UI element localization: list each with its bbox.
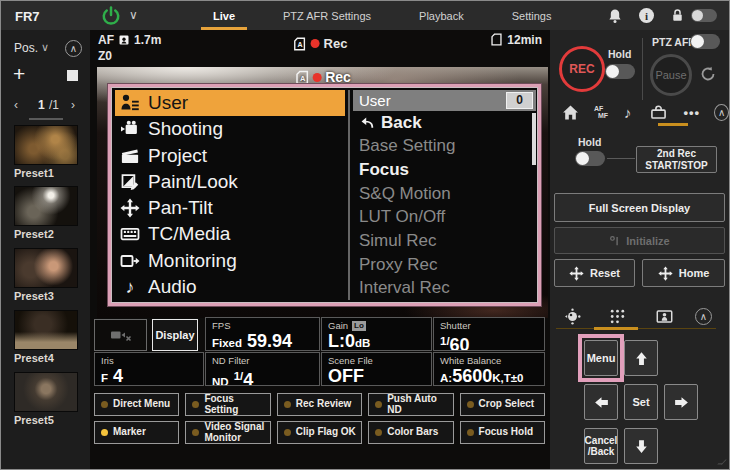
shutter-cell[interactable]: Shutter 1/60	[433, 317, 545, 351]
direct-menu-button[interactable]: Direct Menu	[94, 393, 179, 416]
tab-ptz-afr-settings[interactable]: PTZ AFR Settings	[259, 1, 395, 30]
menu-item-paint-look[interactable]: Paint/Look	[115, 169, 345, 195]
menu-button[interactable]: Menu	[584, 340, 618, 376]
submenu-item-lut-on-off[interactable]: LUT On/Off	[359, 207, 536, 227]
cancel-back-button[interactable]: Cancel /Back	[584, 428, 618, 464]
full-screen-display-button[interactable]: Full Screen Display	[554, 193, 725, 222]
resize-handle[interactable]	[717, 460, 727, 465]
preset5-thumbnail[interactable]	[14, 372, 78, 412]
fps-value: 59.94	[247, 331, 292, 351]
fps-cell[interactable]: FPS Fixed 59.94	[205, 317, 320, 351]
preset3-thumbnail[interactable]	[14, 248, 78, 288]
power-icon[interactable]	[101, 6, 121, 26]
camera-status-bar: AF 1.7m Z0 Rec 12min	[90, 30, 550, 67]
crop-select-button[interactable]: Crop Select	[460, 393, 545, 416]
submenu-scrollbar[interactable]	[532, 113, 536, 165]
user-icon	[120, 93, 140, 113]
nav-up-button[interactable]	[624, 340, 658, 376]
clip-flag-ok-button[interactable]: Clip Flag OK	[277, 421, 362, 444]
lock-toggle[interactable]	[691, 9, 717, 22]
rec-button[interactable]: REC	[559, 46, 605, 92]
ptz-joystick-icon[interactable]	[564, 308, 581, 325]
restart-icon[interactable]	[700, 66, 716, 82]
submenu-item-interval-rec[interactable]: Interval Rec	[359, 278, 536, 298]
page-total: /1	[49, 98, 59, 112]
marker-button[interactable]: Marker	[94, 421, 179, 444]
preset4-thumbnail[interactable]	[14, 310, 78, 350]
info-icon[interactable]: i	[639, 8, 654, 23]
pan-tilt-reset-button[interactable]: Reset	[554, 259, 635, 287]
status-dot	[101, 429, 108, 436]
menu-item-label: TC/Media	[148, 223, 230, 245]
tab-live[interactable]: Live	[189, 1, 259, 30]
second-rec-hold-toggle[interactable]	[575, 151, 605, 166]
nav-down-button[interactable]	[624, 428, 658, 464]
focus-setting-button[interactable]: Focus Setting	[185, 393, 270, 416]
add-preset-button[interactable]: +	[13, 65, 25, 83]
white-balance-cell[interactable]: White Balance A:5600K,T±0	[433, 352, 545, 386]
menu-item-tc-media[interactable]: TC/Media	[115, 221, 345, 247]
iris-cell[interactable]: Iris F 4	[94, 352, 204, 386]
pos-chevron-down-icon[interactable]: ∨	[41, 41, 49, 54]
preset2-thumbnail[interactable]	[14, 186, 78, 226]
menu-item-user[interactable]: User	[115, 90, 345, 116]
nav-right-button[interactable]	[664, 384, 698, 420]
gain-cell[interactable]: GainLo L:0dB	[321, 317, 432, 351]
stop-button[interactable]	[67, 70, 78, 81]
rec-hold-toggle[interactable]	[605, 64, 635, 79]
media-icon[interactable]	[650, 104, 667, 121]
more-icon[interactable]: •••	[683, 105, 700, 120]
menu-item-audio[interactable]: ♪ Audio	[115, 274, 345, 300]
ptz-afr-toggle[interactable]	[690, 34, 720, 49]
submenu-item-back[interactable]: Back	[359, 113, 536, 133]
submenu-header: User 0	[353, 90, 536, 111]
subject-tracking-icon[interactable]	[656, 308, 673, 325]
initialize-button[interactable]: Initialize	[554, 227, 725, 254]
submenu-item-sq-motion[interactable]: S&Q Motion	[359, 184, 536, 204]
push-auto-nd-button[interactable]: Push Auto ND	[368, 393, 453, 416]
rec-review-button[interactable]: Rec Review	[277, 393, 362, 416]
color-bars-button[interactable]: Color Bars	[368, 421, 453, 444]
panel-collapse-icon-2[interactable]: ∧	[695, 308, 712, 325]
menu-item-project[interactable]: Project	[115, 143, 345, 169]
gain-value: L:0	[328, 331, 355, 351]
iris-value: 4	[113, 366, 123, 386]
nd-prefix: ND	[212, 376, 229, 386]
tab-playback[interactable]: Playback	[395, 1, 488, 30]
preset-grid-icon[interactable]	[609, 308, 626, 325]
video-off-button[interactable]	[94, 319, 147, 351]
panel-collapse-icon[interactable]: ∧	[714, 104, 729, 121]
af-mf-icon[interactable]: AFMF	[594, 105, 608, 119]
nav-left-button[interactable]	[584, 384, 618, 420]
osd-rec-label: Rec	[325, 69, 351, 85]
nd-value: 4	[243, 370, 253, 386]
chevron-down-icon[interactable]: ∨	[129, 8, 138, 22]
video-signal-monitor-button[interactable]: Video Signal Monitor	[185, 421, 270, 444]
submenu-item-proxy-rec[interactable]: Proxy Rec	[359, 255, 536, 275]
menu-item-pan-tilt[interactable]: Pan-Tilt	[115, 195, 345, 221]
nd-filter-cell[interactable]: ND Filter ND 1/4	[205, 352, 320, 386]
monitor-out-icon	[120, 251, 140, 271]
submenu-item-simul-rec[interactable]: Simul Rec	[359, 231, 536, 251]
page-next-icon[interactable]: ›	[71, 98, 75, 112]
sidebar-collapse-icon[interactable]: ∧	[65, 40, 82, 57]
tab-settings[interactable]: Settings	[488, 1, 576, 30]
display-button[interactable]: Display	[152, 319, 198, 351]
audio-icon[interactable]: ♪	[624, 104, 634, 121]
submenu-item-base-setting[interactable]: Base Setting	[359, 136, 536, 156]
bell-icon[interactable]	[607, 8, 623, 24]
pause-button[interactable]: Pause	[650, 54, 692, 96]
menu-item-monitoring[interactable]: Monitoring	[115, 248, 345, 274]
set-button[interactable]: Set	[624, 384, 658, 420]
scene-file-cell[interactable]: Scene File OFF	[321, 352, 432, 386]
preset1-thumbnail[interactable]	[14, 125, 78, 165]
pan-tilt-home-button[interactable]: Home	[642, 259, 725, 287]
menu-item-shooting[interactable]: Shooting	[115, 116, 345, 142]
page-prev-icon[interactable]: ‹	[14, 98, 18, 112]
submenu-item-focus[interactable]: Focus	[359, 160, 536, 180]
second-rec-start-stop-button[interactable]: 2nd Rec START/STOP	[636, 146, 717, 173]
home-icon[interactable]	[562, 104, 579, 121]
focus-hold-button[interactable]: Focus Hold	[460, 421, 545, 444]
pan-tilt-icon	[569, 266, 584, 281]
nd-filter-label: ND Filter	[212, 355, 313, 366]
